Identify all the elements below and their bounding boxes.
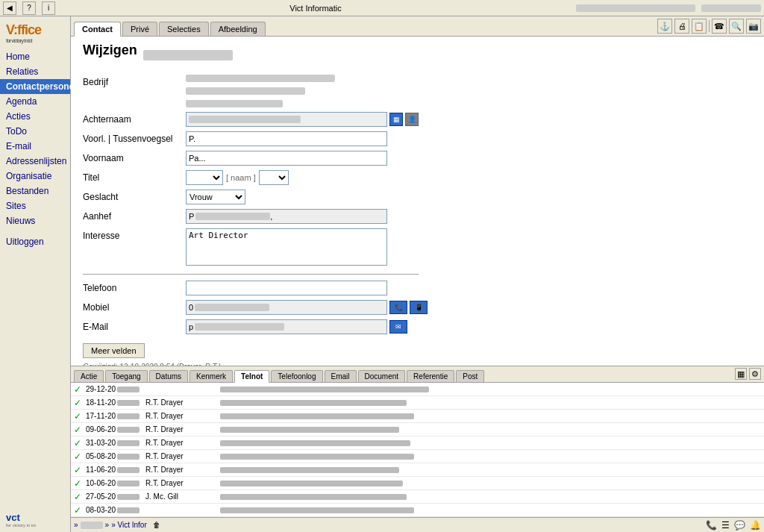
sidebar-item-acties[interactable]: Acties: [0, 109, 70, 124]
logo-text: V:ffice: [6, 22, 41, 37]
mobiel-input[interactable]: 0: [186, 300, 387, 315]
log-row[interactable]: ✓05-08-20R.T. Drayer: [71, 450, 764, 463]
top-bar: ◀ ? i Vict Informatic: [0, 0, 764, 16]
page-title-extra: [143, 50, 233, 60]
form-row-bedrijf: Bedrijf: [83, 75, 752, 107]
log-check-icon: ✓: [74, 438, 86, 448]
log-check-icon: ✓: [74, 451, 86, 462]
status-list-icon[interactable]: ☰: [721, 520, 730, 531]
bottom-tab-toegang[interactable]: Toegang: [105, 370, 147, 382]
sidebar-item-relaties[interactable]: Relaties: [0, 64, 70, 79]
bottom-tab-document[interactable]: Document: [358, 370, 406, 382]
log-row[interactable]: ✓09-06-20R.T. Drayer: [71, 423, 764, 436]
toolbar-copy-icon[interactable]: 📋: [692, 19, 707, 34]
logo-sub: for victory in ict: [6, 38, 64, 43]
log-row[interactable]: ✓08-03-20: [71, 504, 764, 517]
log-check-icon: ✓: [74, 465, 86, 475]
breadcrumb-arrow: »: [74, 521, 78, 529]
log-row[interactable]: ✓10-06-20R.T. Drayer: [71, 477, 764, 490]
interesse-field-group: Art Director: [186, 228, 387, 268]
aanhef-input[interactable]: P ,: [186, 209, 387, 224]
achternaam-icon-1[interactable]: ▦: [389, 113, 403, 126]
breadcrumb-2[interactable]: » Vict Infor: [111, 521, 147, 529]
sidebar-item-adressenlijsten[interactable]: Adressenlijsten: [0, 154, 70, 169]
mobiel-sms-icon[interactable]: 📱: [410, 301, 428, 314]
log-author: J. Mc. Gill: [145, 492, 220, 501]
bottom-tab-kenmerk[interactable]: Kenmerk: [190, 370, 233, 382]
titel-select-1[interactable]: [186, 170, 223, 185]
sidebar-item-email[interactable]: E-mail: [0, 139, 70, 154]
bottom-tab-telnot[interactable]: Telnot: [234, 370, 269, 383]
voorletters-input[interactable]: [186, 131, 387, 146]
bottom-tab-email[interactable]: Email: [325, 370, 357, 382]
log-date: 05-08-20: [86, 452, 145, 460]
voornaam-input[interactable]: [186, 151, 387, 166]
email-send-icon[interactable]: ✉: [389, 320, 407, 334]
form-row-email: E-Mail p ✉: [83, 319, 752, 334]
log-author: R.T. Drayer: [145, 479, 220, 487]
toolbar-anchor-icon[interactable]: ⚓: [657, 19, 672, 34]
achternaam-icon-2[interactable]: 👤: [405, 113, 419, 126]
log-content: [220, 466, 761, 474]
window-title: Vict Informatic: [61, 4, 570, 13]
sidebar-item-contactpersonen[interactable]: Contactpersonen: [0, 79, 70, 94]
tab-contact[interactable]: Contact: [74, 22, 121, 37]
log-date: 09-06-20: [86, 425, 145, 434]
sidebar-item-bestanden[interactable]: Bestanden: [0, 184, 70, 198]
log-row[interactable]: ✓11-06-20R.T. Drayer: [71, 463, 764, 477]
log-author: R.T. Drayer: [145, 466, 220, 474]
titel-select-2[interactable]: [259, 170, 289, 185]
geslacht-select[interactable]: Vrouw Man: [186, 190, 245, 204]
log-row[interactable]: ✓29-12-20: [71, 383, 764, 396]
log-row[interactable]: ✓27-05-20J. Mc. Gill: [71, 490, 764, 504]
status-phone-icon[interactable]: 📞: [706, 520, 717, 531]
trash-icon[interactable]: 🗑: [153, 521, 160, 529]
tab-afbeelding[interactable]: Afbeelding: [210, 22, 266, 36]
info-button[interactable]: i: [42, 1, 55, 15]
aanhef-suffix: ,: [270, 212, 272, 221]
log-content: [220, 492, 761, 501]
sidebar-item-nieuws[interactable]: Nieuws: [0, 213, 70, 228]
status-bell-icon[interactable]: 🔔: [750, 520, 761, 531]
toolbar-phone-icon[interactable]: ☎: [712, 19, 727, 34]
bottom-tab-actie[interactable]: Actie: [74, 370, 104, 382]
log-row[interactable]: ✓18-11-20R.T. Drayer: [71, 396, 764, 410]
meer-velden-button[interactable]: Meer velden: [83, 343, 145, 358]
toolbar-camera-icon[interactable]: 📷: [746, 19, 761, 34]
email-input[interactable]: p: [186, 319, 387, 334]
bedrijf-line-3: [186, 100, 283, 107]
email-prefix: p: [189, 322, 193, 331]
vct-logo: vct for victory in ict: [6, 512, 36, 528]
help-button[interactable]: ?: [22, 1, 36, 15]
log-row[interactable]: ✓17-11-20R.T. Drayer: [71, 410, 764, 423]
sidebar-item-uitloggen[interactable]: Uitloggen: [0, 234, 70, 249]
main-tabs-row: Contact Privé Selecties Afbeelding ⚓ 🖨 📋…: [71, 16, 764, 37]
form-row-telefoon: Telefoon: [83, 281, 752, 295]
bottom-tab-referentie[interactable]: Referentie: [407, 370, 454, 382]
mobiel-call-icon[interactable]: 📞: [389, 301, 407, 314]
sidebar-item-todo[interactable]: ToDo: [0, 124, 70, 139]
bottom-tab-telefoonlog[interactable]: Telefoonlog: [271, 370, 322, 382]
sidebar-item-organisatie[interactable]: Organisatie: [0, 169, 70, 184]
sidebar-item-home[interactable]: Home: [0, 49, 70, 64]
toolbar-search-icon[interactable]: 🔍: [729, 19, 744, 34]
tab-selecties[interactable]: Selecties: [159, 22, 209, 36]
back-button[interactable]: ◀: [3, 1, 16, 15]
form-row-voorletters: Voorl. | Tussenvoegsel: [83, 131, 752, 146]
label-voornaam: Voornaam: [83, 151, 180, 163]
sidebar-item-sites[interactable]: Sites: [0, 198, 70, 213]
bottom-icon-grid[interactable]: ▦: [735, 368, 747, 380]
bottom-icon-settings[interactable]: ⚙: [749, 368, 761, 380]
sidebar-item-agenda[interactable]: Agenda: [0, 94, 70, 109]
toolbar-print-icon[interactable]: 🖨: [674, 19, 689, 34]
log-row[interactable]: ✓31-03-20R.T. Drayer: [71, 436, 764, 450]
achternaam-input[interactable]: [186, 112, 387, 127]
bottom-tab-post[interactable]: Post: [456, 370, 484, 382]
telefoon-input[interactable]: [186, 281, 387, 295]
tab-prive[interactable]: Privé: [122, 22, 157, 36]
toolbar-divider: [709, 20, 710, 32]
status-chat-icon[interactable]: 💬: [734, 520, 745, 531]
interesse-textarea[interactable]: Art Director: [186, 228, 387, 266]
bottom-tab-datums[interactable]: Datums: [149, 370, 188, 382]
spacer-1: [83, 339, 752, 343]
